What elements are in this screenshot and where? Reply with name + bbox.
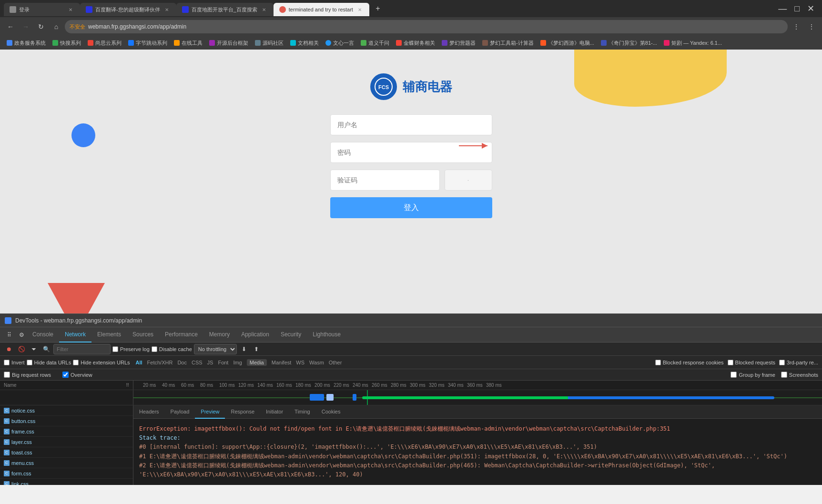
file-form-css[interactable]: C form.css — [0, 468, 133, 479]
tab-lighthouse[interactable]: Lighthouse — [307, 327, 346, 343]
devtools-dock-btn[interactable]: ⠿ — [4, 330, 14, 340]
tab-memory[interactable]: Memory — [203, 327, 235, 343]
tab-security[interactable]: Security — [275, 327, 307, 343]
filter-tag-fetchxhr[interactable]: Fetch/XHR — [147, 360, 173, 365]
file-frame-css[interactable]: C frame.css — [0, 426, 133, 437]
search-btn[interactable]: 🔍 — [41, 344, 51, 354]
bookmark-daoyi[interactable]: 道义千问 — [358, 38, 392, 48]
tab-login[interactable]: 登录 ✕ — [4, 3, 80, 16]
preserve-log-label[interactable]: Preserve log — [112, 346, 150, 352]
filter-input[interactable] — [53, 344, 111, 354]
blocked-cookies-label[interactable]: Blocked response cookies — [655, 360, 724, 365]
tab-console[interactable]: Console — [27, 327, 59, 343]
bookmark-zhengwu[interactable]: 政务服务系统 — [4, 38, 49, 48]
bookmark-shangsiyun[interactable]: 尚思云系列 — [85, 38, 124, 48]
new-tab-button[interactable]: + — [371, 2, 385, 15]
maximize-button[interactable]: □ — [791, 4, 803, 14]
big-request-rows-label[interactable]: Big request rows — [4, 372, 51, 378]
disable-cache-checkbox[interactable] — [152, 346, 157, 352]
disable-cache-label[interactable]: Disable cache — [152, 346, 192, 352]
resize-handle[interactable]: ⠿ — [126, 383, 129, 388]
net-tab-initiator[interactable]: Initiator — [260, 405, 289, 419]
filter-tag-all[interactable]: All — [136, 360, 142, 365]
preserve-log-checkbox[interactable] — [112, 346, 118, 352]
tab-network[interactable]: Network — [59, 327, 91, 343]
minimize-button[interactable]: — — [774, 4, 791, 14]
address-bar[interactable]: 不安全 webman.frp.ggshangsi.com/app/admin — [65, 20, 788, 33]
file-toast-css[interactable]: C toast.css — [0, 447, 133, 458]
hide-ext-urls-label[interactable]: Hide extension URLs — [73, 360, 130, 365]
export-btn[interactable]: ⬆ — [251, 344, 262, 354]
record-btn[interactable]: ⏺ — [4, 344, 14, 354]
filter-tag-js[interactable]: JS — [207, 360, 213, 365]
bookmark-yandex[interactable]: 矩剧 — Yandex: 6.1... — [661, 38, 725, 48]
filter-tag-ws[interactable]: WS — [296, 360, 304, 365]
tab-close-map[interactable]: ✕ — [260, 6, 268, 13]
bookmark-tools[interactable]: 在线工具 — [171, 38, 205, 48]
tab-elements[interactable]: Elements — [91, 327, 127, 343]
file-button-css[interactable]: C button.css — [0, 416, 133, 426]
tab-sources[interactable]: Sources — [127, 327, 159, 343]
filter-tag-img[interactable]: Img — [233, 360, 242, 365]
file-layer-css[interactable]: C layer.css — [0, 437, 133, 447]
more-button[interactable]: ⋮ — [805, 20, 818, 33]
tab-terminated[interactable]: terminated and try to restart ✕ — [274, 3, 369, 16]
bookmark-menghuangame[interactable]: 《梦幻西游》电脑... — [538, 38, 597, 48]
blocked-requests-checkbox[interactable] — [728, 360, 733, 365]
captcha-input[interactable] — [330, 170, 440, 191]
screenshots-checkbox[interactable] — [781, 372, 787, 378]
import-btn[interactable]: ⬇ — [239, 344, 249, 354]
net-tab-payload[interactable]: Payload — [165, 405, 195, 419]
throttle-select[interactable]: No throttling — [194, 344, 237, 354]
blocked-requests-label[interactable]: Blocked requests — [728, 360, 775, 365]
file-link-css[interactable]: C link.css — [0, 479, 133, 485]
hide-data-urls-checkbox[interactable] — [27, 360, 32, 365]
clear-btn[interactable]: 🚫 — [16, 344, 27, 354]
filter-tag-manifest[interactable]: Manifest — [272, 360, 292, 365]
forward-button[interactable]: → — [19, 20, 32, 33]
net-tab-preview[interactable]: Preview — [195, 405, 225, 419]
tab-baidu-fanyi[interactable]: 百度翻译-您的超级翻译伙伴 ✕ — [80, 3, 176, 16]
back-button[interactable]: ← — [4, 20, 17, 33]
filter-tag-doc[interactable]: Doc — [177, 360, 187, 365]
captcha-image[interactable]: · — [445, 170, 492, 191]
hide-ext-urls-checkbox[interactable] — [73, 360, 79, 365]
filter-tag-other[interactable]: Other — [329, 360, 342, 365]
username-input[interactable] — [330, 114, 492, 135]
filter-tag-css[interactable]: CSS — [192, 360, 203, 365]
bookmark-wenxin[interactable]: 文心一言 — [323, 38, 357, 48]
close-window-button[interactable]: ✕ — [803, 3, 818, 14]
net-tab-timing[interactable]: Timing — [289, 405, 316, 419]
bookmark-menghuanying[interactable]: 梦幻营题器 — [439, 38, 478, 48]
bookmark-docs[interactable]: 文档相关 — [287, 38, 322, 48]
tab-close-terminated[interactable]: ✕ — [356, 6, 364, 13]
home-button[interactable]: ⌂ — [50, 20, 63, 33]
tab-close-login[interactable]: ✕ — [67, 6, 74, 13]
filter-tag-media[interactable]: Media — [247, 359, 267, 366]
tab-close-fanyi[interactable]: ✕ — [163, 6, 171, 13]
invert-label[interactable]: Invert — [4, 360, 25, 365]
net-tab-cookies[interactable]: Cookies — [316, 405, 346, 419]
file-notice-css[interactable]: C notice.css — [0, 405, 133, 416]
overview-checkbox[interactable] — [62, 372, 69, 378]
bookmark-menghuantools[interactable]: 梦幻工具箱-计算器 — [479, 38, 537, 48]
screenshots-label[interactable]: Screenshots — [781, 372, 818, 378]
login-button[interactable]: 登入 — [330, 197, 492, 218]
bookmark-jindie[interactable]: 金蝶财务相关 — [393, 38, 438, 48]
filter-tag-wasm[interactable]: Wasm — [309, 360, 324, 365]
devtools-settings-btn[interactable]: ⚙ — [16, 330, 27, 340]
bookmark-source[interactable]: 源码社区 — [252, 38, 286, 48]
third-party-checkbox[interactable] — [779, 360, 785, 365]
group-by-frame-label[interactable]: Group by frame — [731, 372, 775, 378]
extensions-button[interactable]: ⋮ — [790, 20, 803, 33]
filter-tag-font[interactable]: Font — [218, 360, 228, 365]
tab-performance[interactable]: Performance — [159, 327, 203, 343]
tab-baidu-map[interactable]: 百度地图开放平台_百度搜索 ✕ — [176, 3, 274, 16]
big-request-rows-checkbox[interactable] — [4, 372, 10, 378]
reload-button[interactable]: ↻ — [34, 20, 48, 33]
net-tab-response[interactable]: Response — [225, 405, 260, 419]
hide-data-urls-label[interactable]: Hide data URLs — [27, 360, 71, 365]
bookmark-zijie[interactable]: 字节跳动系列 — [125, 38, 170, 48]
file-menu-css[interactable]: C menu.css — [0, 458, 133, 468]
overview-label[interactable]: Overview — [62, 372, 92, 378]
